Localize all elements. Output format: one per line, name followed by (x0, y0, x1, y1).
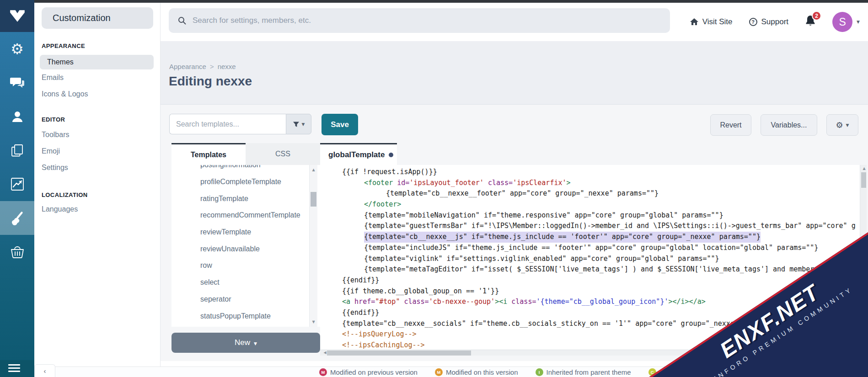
breadcrumb-appearance[interactable]: Appearance (169, 63, 206, 70)
paintbrush-icon (10, 211, 25, 225)
breadcrumb-nexxe[interactable]: nexxe (218, 63, 236, 70)
chevron-down-icon: ▼ (302, 122, 305, 127)
chevron-down-icon: ▼ (846, 123, 849, 127)
template-name: reviewUnavailable (200, 245, 260, 253)
section-header-localization: LOCALIZATION (42, 191, 160, 198)
topbar: Visit Site ? Support 2 S ▼ (161, 3, 868, 41)
question-circle-icon: ? (749, 18, 757, 26)
legend-badge-m-orange: M (435, 368, 443, 376)
template-list-item[interactable]: row (171, 257, 320, 274)
legend-inherited: I Inherited from parent theme (536, 368, 631, 376)
notifications-button[interactable]: 2 (805, 15, 816, 29)
sidebar-item-emoji[interactable]: Emoji (34, 143, 160, 159)
template-list-item[interactable]: statusPopupTemplate (171, 308, 320, 324)
sidebar-item-toolbars[interactable]: Toolbars (34, 127, 160, 143)
template-list-item[interactable]: reviewTemplate (171, 224, 320, 241)
template-list-scrollbar[interactable]: ▲ ▼ (309, 165, 317, 327)
tab-templates[interactable]: Templates (171, 143, 246, 165)
global-search-box[interactable] (169, 8, 670, 33)
legend-label: Inherited from parent theme (547, 368, 631, 376)
sidebar-item-themes[interactable]: Themes (40, 55, 154, 69)
revert-button[interactable]: Revert (710, 114, 751, 136)
code-line: {template="metaTagEditor" if="isset( $_S… (320, 264, 860, 275)
template-name: seperator (200, 295, 231, 303)
copy-pages-icon (11, 143, 24, 157)
search-icon (178, 16, 186, 25)
invision-logo[interactable] (0, 0, 34, 32)
template-name: ratingTemplate (200, 195, 248, 203)
admin-cp-page: ⚙ (0, 0, 868, 377)
scrollbar-thumb[interactable] (327, 350, 471, 356)
scrollbar-thumb[interactable] (861, 172, 866, 188)
code-line: {template="guestTermsBar" if="!\IPS\Memb… (320, 221, 860, 232)
invision-logo-icon (9, 9, 26, 23)
rail-item-stats[interactable] (0, 167, 34, 201)
template-list-item[interactable]: ratingTemplate (171, 190, 320, 207)
save-button[interactable]: Save (321, 114, 358, 135)
scroll-up-icon[interactable]: ▲ (860, 166, 868, 170)
template-name: profileCompleteTemplate (200, 178, 281, 186)
template-list: postingInformation profileCompleteTempla… (171, 165, 320, 327)
support-label: Support (761, 17, 789, 27)
template-list-item[interactable]: select (171, 274, 320, 291)
section-header-editor: EDITOR (42, 116, 160, 123)
sidebar-title: Customization (42, 7, 153, 29)
avatar: S (832, 12, 852, 32)
template-search-input[interactable] (169, 114, 286, 134)
template-list-inner: postingInformation profileCompleteTempla… (171, 165, 320, 324)
rail-item-commerce[interactable] (0, 235, 34, 269)
template-name: postingInformation (200, 165, 261, 169)
template-name: recommendCommentTemplate (200, 211, 300, 219)
rail-item-members[interactable] (0, 100, 34, 133)
modified-indicator-dot (389, 153, 393, 157)
rail-item-pages[interactable] (0, 133, 34, 167)
editor-toolbar: ▼ Save Revert Variables... ⚙ ▼ (161, 104, 868, 142)
template-name: statusPopupTemplate (200, 312, 271, 320)
chat-bubbles-icon (10, 76, 25, 89)
legend-label: Modified on previous version (330, 368, 418, 376)
settings-gear-button[interactable]: ⚙ ▼ (826, 114, 858, 136)
sidebar-collapse-button[interactable]: ‹ (34, 364, 55, 377)
menu-hamburger-icon[interactable] (8, 364, 20, 372)
rail-bottom (0, 360, 34, 377)
rail-item-customization[interactable] (0, 201, 34, 235)
notification-count-badge: 2 (812, 11, 821, 21)
template-list-item[interactable]: profileCompleteTemplate (171, 174, 320, 191)
global-search-input[interactable] (193, 16, 604, 25)
code-line: </footer> (320, 199, 860, 210)
page-title: Editing nexxe (169, 74, 252, 89)
rail-item-community[interactable] (0, 66, 34, 100)
tab-globaltemplate[interactable]: globalTemplate (320, 143, 397, 165)
template-list-item[interactable]: seperator (171, 291, 320, 308)
template-list-item[interactable]: reviewUnavailable (171, 240, 320, 257)
filter-funnel-icon (293, 121, 300, 127)
code-line: {template="cb__nexxe__js" if="theme.js_i… (320, 232, 860, 243)
basket-icon (10, 245, 25, 259)
scroll-up-icon[interactable]: ▲ (310, 168, 317, 172)
sidebar-item-languages[interactable]: Languages (34, 201, 160, 218)
breadcrumb: Appearance>nexxe (169, 63, 236, 70)
legend-badge-i-green: I (536, 368, 543, 376)
legend-modified-current: M Modified on this version (435, 368, 518, 376)
template-list-item[interactable]: postingInformation (171, 165, 320, 174)
sidebar-item-settings[interactable]: Settings (34, 159, 160, 176)
variables-button[interactable]: Variables... (761, 114, 817, 136)
visit-site-link[interactable]: Visit Site (690, 17, 733, 27)
sidebar-item-icons-logos[interactable]: Icons & Logos (34, 86, 160, 102)
template-filter-button[interactable]: ▼ (286, 114, 311, 134)
new-template-button[interactable]: New▼ (171, 333, 320, 353)
legend-badge-m-red: M (319, 368, 327, 376)
support-link[interactable]: ? Support (749, 17, 789, 27)
scrollbar-thumb[interactable] (311, 192, 316, 207)
chevron-down-icon: ▼ (857, 20, 860, 24)
account-menu[interactable]: S ▼ (832, 12, 860, 32)
globaltemplate-tab-label: globalTemplate (328, 150, 385, 159)
code-line: {{endif}} (320, 275, 860, 286)
gear-icon: ⚙ (836, 120, 843, 130)
template-list-item[interactable]: recommendCommentTemplate (171, 207, 320, 224)
sidebar-item-emails[interactable]: Emails (34, 69, 160, 86)
chevron-down-icon: ▼ (254, 341, 257, 346)
rail-item-system[interactable]: ⚙ (0, 32, 34, 66)
tab-css[interactable]: CSS (246, 143, 320, 165)
scroll-down-icon[interactable]: ▼ (310, 320, 317, 324)
